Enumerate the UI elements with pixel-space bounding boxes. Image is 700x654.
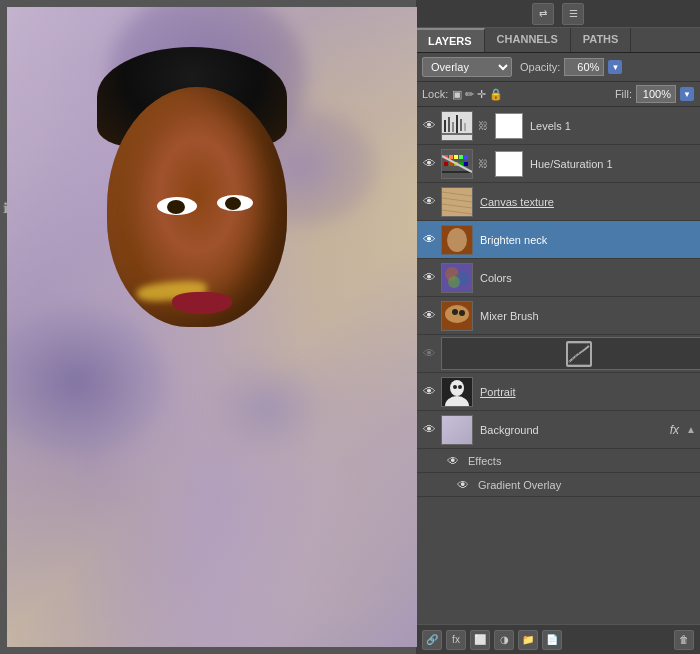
layer-name-mixer: Mixer Brush [480, 310, 696, 322]
layer-info-colors: Colors [476, 272, 696, 284]
layer-brighten-neck[interactable]: 👁 Brighten neck [416, 221, 700, 259]
layer-info-canvas: Canvas texture [476, 196, 696, 208]
tab-layers[interactable]: LAYERS [416, 28, 485, 52]
svg-point-35 [459, 310, 465, 316]
layer-chain-levels[interactable]: ⛓ [476, 119, 490, 133]
canvas-area: ℹ [0, 0, 415, 654]
layer-canvas-texture[interactable]: 👁 Canvas texture [416, 183, 700, 221]
arrange-icon[interactable]: ⇄ [532, 3, 554, 25]
layer-info-brighten: Brighten neck [476, 234, 696, 246]
layer-eye-colors[interactable]: 👁 [420, 269, 438, 287]
fx-badge-background: fx [670, 423, 679, 437]
svg-rect-13 [464, 155, 468, 159]
eye-right [217, 195, 253, 211]
layer-name-levels: Levels 1 [530, 120, 696, 132]
info-icon: ℹ [3, 200, 8, 216]
layer-thumb-colors [441, 263, 473, 293]
panel-tabs: LAYERS CHANNELS PATHS [416, 28, 700, 53]
layer-thumb-levels [441, 111, 473, 141]
layers-bottom-toolbar: 🔗 fx ⬜ ◑ 📁 📄 🗑 [416, 624, 700, 654]
svg-point-40 [450, 380, 464, 396]
opacity-input[interactable] [564, 58, 604, 76]
effects-eye[interactable]: 👁 [444, 452, 462, 470]
layer-eye-portrait[interactable]: 👁 [420, 383, 438, 401]
layer-name-background: Background [480, 424, 667, 436]
fill-input[interactable] [636, 85, 676, 103]
layer-info-background: Background [476, 424, 667, 436]
tab-paths[interactable]: PATHS [571, 28, 632, 52]
layers-panel: ⇄ ☰ LAYERS CHANNELS PATHS Overlay Normal… [415, 0, 700, 654]
layer-background[interactable]: 👁 Background fx ▲ [416, 411, 700, 449]
lips [172, 292, 232, 314]
lock-image-icon[interactable]: ✏ [465, 88, 474, 101]
layer-eye-canvas[interactable]: 👁 [420, 193, 438, 211]
layer-thumb-hue [441, 149, 473, 179]
gradient-overlay-item[interactable]: 👁 Gradient Overlay [416, 473, 700, 497]
layer-chain-hue[interactable]: ⛓ [476, 157, 490, 171]
svg-rect-4 [456, 115, 458, 133]
svg-rect-18 [464, 162, 468, 166]
layer-thumb-portrait [441, 377, 473, 407]
svg-point-34 [452, 309, 458, 315]
layer-mixer-brush[interactable]: 👁 Mixer Brush [416, 297, 700, 335]
layer-eye-curves[interactable]: 👁 [420, 345, 438, 363]
face-shape [107, 87, 287, 327]
effects-section: 👁 Effects 👁 Gradient Overlay [416, 449, 700, 497]
layer-info-portrait: Portrait [476, 386, 696, 398]
layer-name-canvas: Canvas texture [480, 196, 696, 208]
layer-eye-background[interactable]: 👁 [420, 421, 438, 439]
lock-position-icon[interactable]: ✛ [477, 88, 486, 101]
lock-all-icon[interactable]: 🔒 [489, 88, 503, 101]
layer-thumb-canvas [441, 187, 473, 217]
face-painting [87, 57, 307, 377]
svg-rect-6 [464, 123, 466, 131]
svg-point-43 [458, 385, 462, 389]
blend-mode-select[interactable]: Overlay Normal Multiply Screen [422, 57, 512, 77]
layer-curves[interactable]: 👁 ⛓ Curves 1 [416, 335, 700, 373]
gradient-overlay-eye[interactable]: 👁 [454, 476, 472, 494]
svg-point-27 [447, 228, 467, 252]
layer-colors[interactable]: 👁 Colors [416, 259, 700, 297]
add-style-button[interactable]: fx [446, 630, 466, 650]
layer-info-levels: Levels 1 [526, 120, 696, 132]
lock-icons-group: ▣ ✏ ✛ 🔒 [452, 88, 503, 101]
effects-label: Effects [468, 455, 501, 467]
layer-eye-mixer[interactable]: 👁 [420, 307, 438, 325]
layer-levels-1[interactable]: 👁 ⛓ Levels 1 [416, 107, 700, 145]
add-mask-button[interactable]: ⬜ [470, 630, 490, 650]
layer-eye-hue[interactable]: 👁 [420, 155, 438, 173]
svg-point-31 [448, 276, 460, 288]
scroll-indicator: ▲ [686, 424, 696, 435]
layer-info-mixer: Mixer Brush [476, 310, 696, 322]
layer-thumb-mixer [441, 301, 473, 331]
link-layers-button[interactable]: 🔗 [422, 630, 442, 650]
svg-rect-36 [564, 340, 594, 368]
new-layer-button[interactable]: 📄 [542, 630, 562, 650]
lock-transparent-icon[interactable]: ▣ [452, 88, 462, 101]
fill-dropdown-arrow[interactable]: ▼ [680, 87, 694, 101]
new-fill-button[interactable]: ◑ [494, 630, 514, 650]
gradient-overlay-label: Gradient Overlay [478, 479, 561, 491]
new-group-button[interactable]: 📁 [518, 630, 538, 650]
panel-options-icon[interactable]: ☰ [562, 3, 584, 25]
svg-rect-12 [459, 155, 463, 159]
layer-eye-brighten[interactable]: 👁 [420, 231, 438, 249]
layer-eye-levels[interactable]: 👁 [420, 117, 438, 135]
svg-rect-14 [444, 162, 448, 166]
layer-portrait[interactable]: 👁 Portrait [416, 373, 700, 411]
svg-line-38 [569, 344, 589, 362]
eye-left [157, 197, 197, 215]
lock-row: Lock: ▣ ✏ ✛ 🔒 Fill: ▼ [416, 82, 700, 107]
svg-rect-5 [460, 119, 462, 131]
layer-name-brighten: Brighten neck [480, 234, 696, 246]
layer-name-colors: Colors [480, 272, 696, 284]
layer-mask-levels [495, 113, 523, 139]
effects-item[interactable]: 👁 Effects [416, 449, 700, 473]
delete-layer-button[interactable]: 🗑 [674, 630, 694, 650]
svg-rect-37 [567, 343, 591, 365]
opacity-dropdown-arrow[interactable]: ▼ [608, 60, 622, 74]
painting [7, 7, 417, 647]
tab-channels[interactable]: CHANNELS [485, 28, 571, 52]
opacity-label: Opacity: [520, 61, 560, 73]
layer-hue-sat[interactable]: 👁 ⛓ Hue/Saturation 1 [416, 145, 700, 183]
